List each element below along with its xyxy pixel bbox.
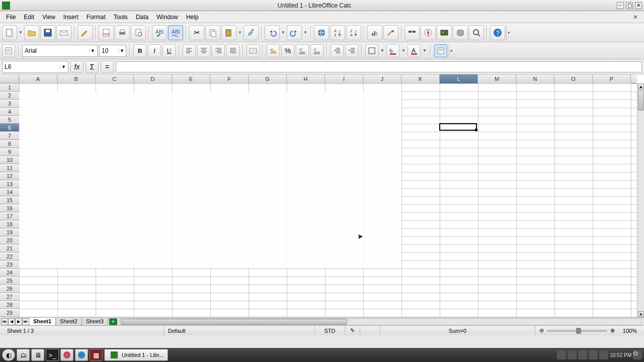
font-name-input[interactable] [25,47,89,54]
start-menu-button[interactable]: ◐ [2,349,15,361]
function-wizard-button[interactable]: fx [70,61,84,73]
row-header-21[interactable]: 21 [0,244,19,252]
column-header-N[interactable]: N [516,74,554,83]
italic-button[interactable]: I [148,44,161,57]
percent-button[interactable]: % [281,44,294,57]
undo-button[interactable] [265,25,280,40]
menu-format[interactable]: Format [83,13,110,22]
increase-indent-button[interactable] [345,44,358,57]
data-sources-button[interactable] [453,25,468,40]
print-button[interactable] [115,25,130,40]
background-color-dropdown[interactable]: ▼ [401,44,406,58]
navigator-button[interactable] [421,25,436,40]
taskbar-active-window[interactable]: Untitled 1 - Libr... [104,349,168,361]
find-button[interactable] [405,25,420,40]
zoom-button[interactable] [469,25,484,40]
copy-button[interactable] [205,25,220,40]
row-header-3[interactable]: 3 [0,100,19,108]
borders-button[interactable] [365,44,378,57]
zoom-out-button[interactable]: ⊖ [539,327,544,334]
bold-button[interactable]: B [133,44,146,57]
row-header-15[interactable]: 15 [0,196,19,204]
row-header-30[interactable]: 30 [0,317,19,317]
menu-help[interactable]: Help [182,13,203,22]
chrome-icon[interactable] [60,349,73,361]
tray-icon-1[interactable] [557,350,566,359]
last-sheet-button[interactable]: ⏭ [22,318,29,325]
next-sheet-button[interactable]: ▶ [15,318,22,325]
column-header-K[interactable]: K [401,74,440,83]
horizontal-scroll-thumb[interactable] [121,319,347,325]
close-document-button[interactable]: ✕ [629,13,642,22]
row-header-1[interactable]: 1 [0,83,19,92]
font-name-dropdown[interactable]: ▼ [89,48,96,53]
sheet-tab-sheet2[interactable]: Sheet2 [55,318,82,326]
row-header-20[interactable]: 20 [0,236,19,244]
align-justify-button[interactable] [226,44,239,57]
column-header-H[interactable]: H [287,74,325,83]
sort-asc-button[interactable]: AZ [330,25,345,40]
horizontal-scrollbar[interactable] [119,318,642,325]
delete-decimal-button[interactable]: -0.000 [310,44,324,57]
sum-button[interactable]: Σ [86,61,99,73]
status-zoom[interactable]: 100% [619,326,641,335]
add-sheet-button[interactable]: + [109,318,117,325]
row-header-27[interactable]: 27 [0,293,19,301]
column-header-O[interactable]: O [554,74,593,83]
row-header-28[interactable]: 28 [0,301,19,309]
hyperlink-button[interactable] [314,25,329,40]
row-header-19[interactable]: 19 [0,228,19,236]
menu-tools[interactable]: Tools [110,13,132,22]
export-pdf-button[interactable]: PDF [99,25,114,40]
tray-clock[interactable]: 10:52 PM [610,352,631,358]
auto-spellcheck-button[interactable]: ABC [168,25,183,40]
add-decimal-button[interactable]: +0.000 [296,44,309,57]
align-right-button[interactable] [212,44,225,57]
zoom-knob[interactable] [576,328,581,334]
chart-button[interactable] [367,25,382,40]
status-style[interactable]: Default [164,326,315,335]
print-preview-button[interactable] [131,25,146,40]
menu-view[interactable]: View [38,13,59,22]
column-header-E[interactable]: E [172,74,210,83]
column-header-C[interactable]: C [96,74,134,83]
new-dropdown[interactable]: ▼ [18,26,23,40]
currency-button[interactable]: $ [267,44,280,57]
column-header-D[interactable]: D [134,74,172,83]
status-mode[interactable]: STD [315,326,345,335]
gallery-button[interactable] [437,25,452,40]
font-color-button[interactable]: A [408,44,421,57]
font-size-input[interactable] [102,47,119,54]
select-all-corner[interactable] [0,74,19,83]
row-header-9[interactable]: 9 [0,148,19,156]
column-header-F[interactable]: F [210,74,249,83]
row-header-25[interactable]: 25 [0,277,19,285]
row-header-14[interactable]: 14 [0,188,19,196]
row-header-26[interactable]: 26 [0,285,19,293]
spreadsheet-grid[interactable]: ABCDEFGHIJKLMNOP 12345678910111213141516… [0,74,644,317]
row-header-29[interactable]: 29 [0,309,19,317]
scroll-down-button[interactable]: ▼ [638,311,644,317]
tray-icon-4[interactable] [589,350,598,359]
menu-data[interactable]: Data [132,13,152,22]
row-header-23[interactable]: 23 [0,260,19,268]
borders-dropdown[interactable]: ▼ [380,44,385,58]
row-header-12[interactable]: 12 [0,172,19,180]
prev-sheet-button[interactable]: ◀ [8,318,15,325]
column-header-G[interactable]: G [249,74,287,83]
first-sheet-button[interactable]: ⏮ [1,318,8,325]
align-center-button[interactable] [197,44,210,57]
row-header-22[interactable]: 22 [0,252,19,260]
tray-icon-2[interactable] [568,350,577,359]
paste-dropdown[interactable]: ▼ [237,26,243,40]
window-minimize-button[interactable]: − [617,2,624,9]
status-sum[interactable]: Sum=0 [380,326,535,335]
alignment-button[interactable] [434,44,447,57]
row-header-16[interactable]: 16 [0,204,19,212]
row-header-10[interactable]: 10 [0,156,19,164]
cell-reference-input[interactable] [5,63,60,70]
column-header-J[interactable]: J [363,74,401,83]
row-header-13[interactable]: 13 [0,180,19,188]
help-button[interactable]: ? [490,25,505,40]
cell-reference-dropdown[interactable]: ▼ [60,64,67,69]
